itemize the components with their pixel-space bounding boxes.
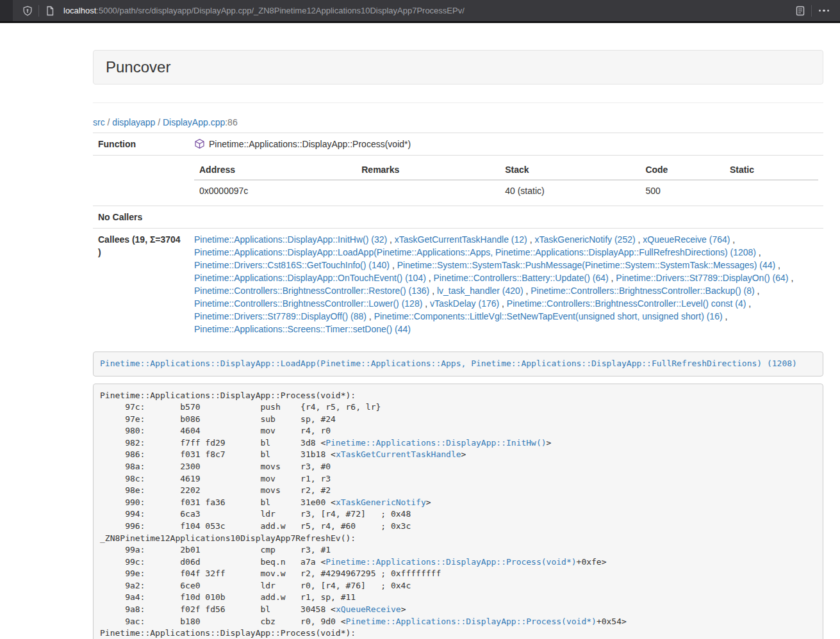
empty-label-cell [93, 156, 189, 206]
assembly-symbol-link[interactable]: Pinetime::Applications::DisplayApp::Proc… [346, 617, 597, 626]
assembly-symbol-link[interactable]: xTaskGenericNotify [336, 497, 426, 507]
header-divider [93, 102, 823, 103]
callee-link[interactable]: Pinetime::System::SystemTask::PushMessag… [397, 260, 776, 270]
function-stats-table: AddressRemarksStackCodeStatic 0x0000097c… [194, 160, 818, 201]
more-options-icon[interactable] [814, 3, 834, 19]
breadcrumb-link-src[interactable]: src [93, 117, 105, 127]
callee-link[interactable]: Pinetime::Controllers::BrightnessControl… [507, 298, 746, 309]
stats-value-row: 0x0000097c40 (static)500 [194, 180, 818, 201]
breadcrumb-separator: / [155, 117, 163, 127]
callee-link[interactable]: xTaskGenericNotify (252) [534, 234, 635, 245]
callee-link[interactable]: xQueueReceive (764) [643, 234, 730, 245]
stats-cell: 500 [640, 180, 724, 201]
loadapp-link[interactable]: Pinetime::Applications::DisplayApp::Load… [100, 359, 797, 368]
function-name-cell: Pinetime::Applications::DisplayApp::Proc… [189, 133, 823, 156]
assembly-symbol-link[interactable]: xTaskGetCurrentTaskHandle [336, 449, 461, 459]
page-container: Puncover src / displayapp / DisplayApp.c… [93, 50, 823, 639]
assembly-symbol-link[interactable]: Pinetime::Applications::DisplayApp::Init… [325, 438, 546, 448]
function-name: Pinetime::Applications::DisplayApp::Proc… [209, 139, 411, 149]
app-title: Puncover [106, 59, 811, 76]
function-cube-icon [194, 138, 205, 149]
stats-col-header: Stack [500, 160, 640, 180]
callee-link[interactable]: vTaskDelay (176) [430, 298, 499, 309]
url-host: localhost [63, 6, 96, 15]
stats-header-row: AddressRemarksStackCodeStatic [194, 160, 818, 180]
callee-link[interactable]: Pinetime::Applications::DisplayApp::OnTo… [194, 273, 426, 283]
callee-link[interactable]: Pinetime::Applications::DisplayApp::Init… [194, 234, 387, 245]
breadcrumb-line-number: :86 [225, 117, 237, 127]
stats-cell: 40 (static) [500, 180, 640, 201]
loadapp-snippet-box: Pinetime::Applications::DisplayApp::Load… [93, 352, 823, 376]
assembly-symbol-link[interactable]: xQueueReceive [336, 604, 401, 614]
callee-link[interactable]: Pinetime::Drivers::St7789::DisplayOff() … [194, 311, 366, 321]
breadcrumb-link-file[interactable]: DisplayApp.cpp [163, 117, 225, 127]
stats-cell [725, 180, 818, 201]
callees-row: Callees (19, Σ=3704 ) Pinetime::Applicat… [93, 229, 823, 341]
stats-cell [356, 180, 500, 201]
no-callers-row: No Callers [93, 206, 823, 229]
stats-col-header: Address [194, 160, 356, 180]
callee-link[interactable]: xTaskGetCurrentTaskHandle (12) [395, 234, 527, 245]
callee-link[interactable]: Pinetime::Controllers::BrightnessControl… [531, 286, 754, 296]
callee-link[interactable]: Pinetime::Applications::DisplayApp::Load… [194, 247, 756, 257]
callee-link[interactable]: Pinetime::Drivers::St7789::DisplayOn() (… [616, 273, 788, 283]
callee-link[interactable]: Pinetime::Components::LittleVgl::SetNewT… [374, 311, 723, 321]
callees-label: Callees (19, Σ=3704 ) [93, 229, 189, 341]
function-row: Function Pinetime::Applications::Display… [93, 133, 823, 156]
callees-list: Pinetime::Applications::DisplayApp::Init… [189, 229, 823, 341]
callee-link[interactable]: Pinetime::Drivers::Cst816S::GetTouchInfo… [194, 260, 390, 270]
browser-toolbar: localhost:5000/path/src/displayapp/Displ… [0, 0, 840, 23]
callee-link[interactable]: Pinetime::Controllers::BrightnessControl… [194, 286, 429, 296]
function-stats-cell: AddressRemarksStackCodeStatic 0x0000097c… [189, 156, 823, 206]
dot [819, 10, 821, 12]
url-text[interactable]: localhost:5000/path/src/displayapp/Displ… [63, 6, 465, 15]
breadcrumb-link-displayapp[interactable]: displayapp [112, 117, 155, 127]
url-bar[interactable]: localhost:5000/path/src/displayapp/Displ… [13, 0, 840, 21]
page-icon [42, 3, 58, 19]
callee-link[interactable]: Pinetime::Controllers::BrightnessControl… [194, 298, 422, 309]
function-label: Function [93, 133, 189, 156]
callee-link[interactable]: lv_task_handler (420) [437, 286, 523, 296]
assembly-symbol-link[interactable]: Pinetime::Applications::DisplayApp::Proc… [325, 557, 576, 567]
url-path: :5000/path/src/displayapp/DisplayApp.cpp… [96, 6, 465, 15]
stats-col-header: Code [640, 160, 724, 180]
function-table: Function Pinetime::Applications::Display… [93, 133, 823, 340]
breadcrumb: src / displayapp / DisplayApp.cpp:86 [93, 116, 823, 129]
dot [827, 10, 830, 12]
no-callers-label: No Callers [93, 206, 189, 229]
dot [823, 10, 825, 12]
stats-cell: 0x0000097c [194, 180, 356, 201]
no-callers-cell [189, 206, 823, 229]
stats-col-header: Static [725, 160, 818, 180]
breadcrumb-separator: / [105, 117, 113, 127]
callee-link[interactable]: Pinetime::Controllers::Battery::Update()… [434, 273, 609, 283]
function-details-row: AddressRemarksStackCodeStatic 0x0000097c… [93, 156, 823, 206]
callee-link[interactable]: Pinetime::Applications::Screens::Timer::… [194, 324, 411, 334]
toolbar-divider-2 [811, 5, 812, 17]
assembly-code: Pinetime::Applications::DisplayApp::Proc… [93, 384, 823, 639]
stats-col-header: Remarks [356, 160, 500, 180]
toolbar-divider [38, 5, 39, 17]
shield-icon[interactable] [19, 3, 36, 19]
reader-mode-icon[interactable] [792, 3, 809, 19]
app-header-panel: Puncover [93, 50, 823, 85]
